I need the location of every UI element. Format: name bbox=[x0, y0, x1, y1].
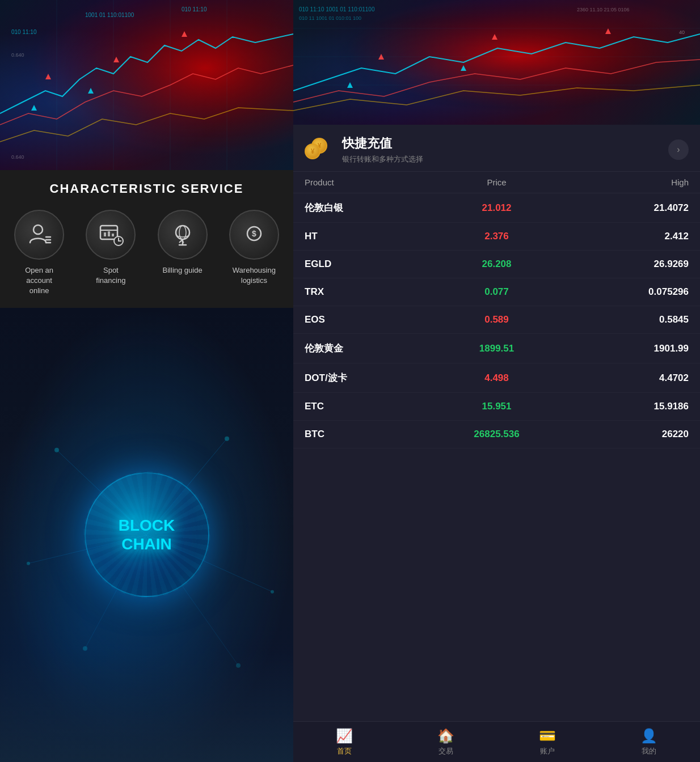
svg-marker-46 bbox=[378, 54, 384, 60]
market-row[interactable]: 伦敦黄金 1899.51 1901.99 bbox=[293, 334, 700, 363]
service-spot-financing[interactable]: Spotfinancing bbox=[77, 210, 144, 297]
svg-rect-0 bbox=[0, 0, 293, 170]
market-row[interactable]: EOS 0.589 0.5845 bbox=[293, 306, 700, 334]
market-row[interactable]: ETC 15.951 15.9186 bbox=[293, 393, 700, 421]
product-price: 4.498 bbox=[433, 372, 561, 384]
svg-text:010 11:10: 010 11:10 bbox=[182, 6, 207, 12]
market-row[interactable]: BTC 26825.536 26220 bbox=[293, 421, 700, 448]
market-row[interactable]: 伦敦白银 21.012 21.4072 bbox=[293, 193, 700, 223]
quick-recharge-section: ¥ ¥ 快捷充值 银行转账和多种方式选择 › bbox=[293, 125, 700, 172]
coin-bottom: ¥ bbox=[305, 143, 321, 159]
product-name: HT bbox=[305, 231, 433, 242]
product-name: 伦敦白银 bbox=[305, 201, 433, 214]
blockchain-section: BLOCKCHAIN bbox=[0, 308, 293, 762]
market-row[interactable]: EGLD 26.208 26.9269 bbox=[293, 251, 700, 278]
trade-label: 交易 bbox=[438, 746, 453, 756]
spot-financing-icon bbox=[86, 210, 136, 260]
home-icon: 📈 bbox=[336, 728, 353, 744]
svg-rect-23 bbox=[112, 234, 114, 236]
market-table: Product Price High 伦敦白银 21.012 21.4072 H… bbox=[293, 172, 700, 721]
market-row[interactable]: HT 2.376 2.412 bbox=[293, 223, 700, 251]
product-name: TRX bbox=[305, 286, 433, 298]
svg-text:$: $ bbox=[252, 229, 256, 238]
spot-financing-label: Spotfinancing bbox=[96, 265, 125, 286]
svg-text:40: 40 bbox=[679, 29, 685, 35]
account-icon: 💳 bbox=[539, 728, 556, 744]
market-rows-container: 伦敦白银 21.012 21.4072 HT 2.376 2.412 EGLD … bbox=[293, 193, 700, 448]
product-name: EGLD bbox=[305, 259, 433, 270]
product-high: 26220 bbox=[560, 429, 689, 440]
svg-point-39 bbox=[54, 447, 59, 452]
market-table-header: Product Price High bbox=[293, 172, 700, 193]
nav-account[interactable]: 💳 账户 bbox=[539, 728, 556, 756]
nav-mine[interactable]: 👤 我的 bbox=[640, 728, 657, 756]
service-open-account[interactable]: Open anaccountonline bbox=[6, 210, 73, 297]
recharge-arrow-button[interactable]: › bbox=[668, 139, 689, 160]
svg-marker-49 bbox=[347, 82, 353, 88]
service-billing-guide[interactable]: Billing guide bbox=[149, 210, 216, 297]
svg-text:010 11:10: 010 11:10 bbox=[11, 29, 37, 35]
product-high: 15.9186 bbox=[560, 401, 689, 412]
svg-marker-3 bbox=[182, 31, 187, 37]
left-hero-banner: 010 11:10 1001 01 110:01100 010 11:10 0.… bbox=[0, 0, 293, 170]
product-high: 4.4702 bbox=[560, 372, 689, 384]
svg-marker-5 bbox=[88, 88, 94, 94]
header-high: High bbox=[560, 177, 689, 187]
product-price: 26.208 bbox=[433, 259, 561, 270]
svg-text:2360 11.10 21:05 0106: 2360 11.10 21:05 0106 bbox=[577, 7, 630, 12]
right-panel: 010 11:10 1001 01 110:01100 010 11 1001 … bbox=[293, 0, 700, 762]
svg-text:010 11 1001 01 010:01 100: 010 11 1001 01 010:01 100 bbox=[299, 15, 361, 21]
svg-rect-45 bbox=[293, 0, 700, 125]
svg-point-44 bbox=[236, 663, 241, 667]
nav-trade[interactable]: 🏠 交易 bbox=[437, 728, 454, 756]
product-name: DOT/波卡 bbox=[305, 371, 433, 384]
svg-point-15 bbox=[33, 225, 43, 234]
svg-text:0.640: 0.640 bbox=[11, 154, 24, 160]
svg-text:010 11:10 1001 01 110:01100: 010 11:10 1001 01 110:01100 bbox=[299, 6, 375, 12]
open-account-label: Open anaccountonline bbox=[25, 265, 53, 297]
product-price: 15.951 bbox=[433, 401, 561, 412]
nav-home[interactable]: 📈 首页 bbox=[336, 728, 353, 756]
svg-rect-21 bbox=[104, 232, 106, 236]
warehousing-label: Warehousinglogistics bbox=[233, 265, 276, 286]
market-row[interactable]: TRX 0.077 0.075296 bbox=[293, 278, 700, 306]
recharge-subtitle: 银行转账和多种方式选择 bbox=[342, 154, 660, 164]
svg-text:0.640: 0.640 bbox=[11, 52, 24, 58]
service-icons-row: Open anaccountonline Spotfinancin bbox=[6, 210, 288, 297]
svg-text:1001 01 110:01100: 1001 01 110:01100 bbox=[85, 12, 134, 18]
svg-rect-22 bbox=[108, 231, 110, 236]
warehousing-icon: $ bbox=[229, 210, 279, 260]
market-row[interactable]: DOT/波卡 4.498 4.4702 bbox=[293, 363, 700, 393]
left-panel: 010 11:10 1001 01 110:01100 010 11:10 0.… bbox=[0, 0, 293, 762]
svg-marker-2 bbox=[113, 57, 119, 62]
account-label: 账户 bbox=[540, 746, 555, 756]
product-name: ETC bbox=[305, 401, 433, 412]
blockchain-visual: BLOCKCHAIN bbox=[85, 472, 209, 597]
trade-icon: 🏠 bbox=[437, 728, 454, 744]
product-price: 2.376 bbox=[433, 231, 561, 242]
right-hero-banner: 010 11:10 1001 01 110:01100 010 11 1001 … bbox=[293, 0, 700, 125]
product-price: 1899.51 bbox=[433, 343, 561, 354]
open-account-icon bbox=[14, 210, 64, 260]
svg-text:¥: ¥ bbox=[311, 147, 315, 155]
svg-marker-1 bbox=[45, 74, 51, 79]
blockchain-orb: BLOCKCHAIN bbox=[85, 472, 209, 597]
characteristic-title: CHARACTERISTIC SERVICE bbox=[50, 181, 244, 196]
mine-label: 我的 bbox=[642, 746, 656, 756]
product-price: 0.077 bbox=[433, 286, 561, 298]
product-name: BTC bbox=[305, 429, 433, 440]
product-high: 2.412 bbox=[560, 231, 689, 242]
product-price: 21.012 bbox=[433, 202, 561, 214]
product-high: 0.075296 bbox=[560, 286, 689, 298]
svg-marker-48 bbox=[605, 28, 611, 34]
svg-point-40 bbox=[225, 436, 229, 441]
product-high: 0.5845 bbox=[560, 314, 689, 325]
home-label: 首页 bbox=[337, 746, 352, 756]
svg-marker-4 bbox=[31, 105, 37, 111]
mine-icon: 👤 bbox=[640, 728, 657, 744]
product-high: 21.4072 bbox=[560, 202, 689, 214]
product-high: 1901.99 bbox=[560, 343, 689, 354]
product-high: 26.9269 bbox=[560, 259, 689, 270]
characteristic-section: CHARACTERISTIC SERVICE Open anaccountonl… bbox=[0, 170, 293, 308]
service-warehousing[interactable]: $ Warehousinglogistics bbox=[221, 210, 288, 297]
